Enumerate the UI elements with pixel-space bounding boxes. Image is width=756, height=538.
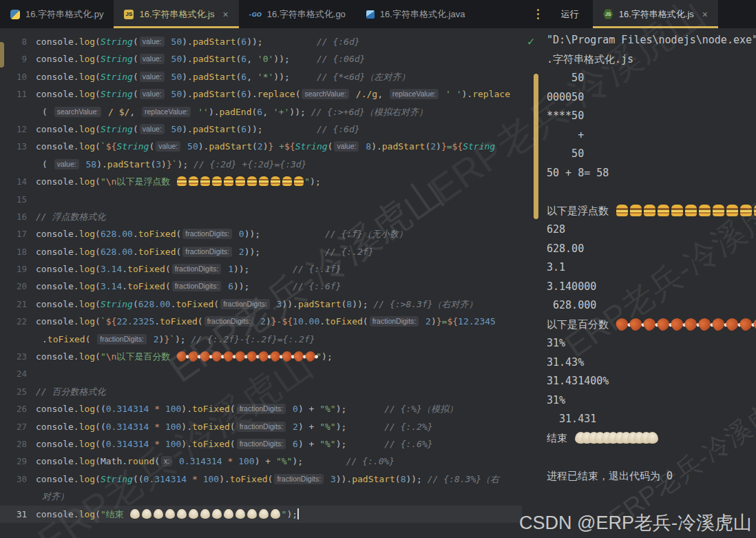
line-number[interactable]: 22 — [0, 313, 36, 330]
line-number[interactable]: 20 — [0, 278, 36, 295]
line-number[interactable]: 16 — [0, 208, 36, 225]
line-number[interactable]: 29 — [0, 453, 36, 470]
line-number[interactable]: 23 — [0, 348, 36, 365]
run-console-pane[interactable]: ✓ "D:\Program Files\nodejs\node.exe" D.字… — [522, 28, 756, 538]
tab-file-go[interactable]: GO16.字符串格式化.go — [239, 0, 356, 28]
code-line-11[interactable]: 11console.log(String(value: 50).padStart… — [0, 85, 522, 103]
code-line-14[interactable]: 14console.log("\n以下是浮点数 "); — [0, 173, 522, 190]
burger-emoji — [685, 205, 697, 216]
code-text: // 浮点数格式化 — [36, 208, 522, 225]
code-line-15[interactable]: 15 — [0, 191, 522, 208]
code-text — [36, 191, 522, 208]
console-scrollbar[interactable] — [534, 74, 538, 219]
code-line-18[interactable]: 18console.log(628.00.toFixed(fractionDig… — [0, 243, 522, 260]
line-number[interactable]: 12 — [0, 121, 36, 138]
code-line-24[interactable]: 24 — [0, 365, 522, 382]
drum-emoji — [724, 315, 740, 332]
dump-emoji — [189, 509, 198, 519]
drum-emoji — [222, 349, 235, 362]
code-line-17[interactable]: 17console.log(628.00.toFixed(fractionDig… — [0, 225, 522, 242]
line-number[interactable]: 27 — [0, 418, 36, 435]
line-number[interactable]: 8 — [0, 33, 36, 50]
line-number[interactable]: 11 — [0, 85, 36, 103]
line-number[interactable]: 17 — [0, 225, 36, 242]
dump-emoji — [259, 509, 269, 519]
line-number[interactable] — [0, 156, 36, 173]
close-tab-icon[interactable]: × — [223, 9, 229, 20]
line-number[interactable]: 30 — [0, 470, 36, 488]
drum-emoji — [198, 349, 211, 362]
code-line-27[interactable]: 27console.log((0.314314 * 100).toFixed(f… — [0, 418, 522, 435]
code-line-21[interactable]: 21console.log(String(628.00.toFixed(frac… — [0, 296, 522, 313]
dump-emoji — [177, 509, 187, 519]
drum-emoji-row — [615, 318, 756, 331]
dump-emoji — [247, 509, 257, 519]
line-number[interactable]: 14 — [0, 173, 36, 190]
line-number[interactable]: 10 — [0, 68, 36, 85]
code-text: console.log(String(value: 50).padStart(6… — [36, 33, 522, 50]
code-line-19[interactable]: 19console.log(3.14.toFixed(fractionDigit… — [0, 260, 522, 278]
line-number[interactable]: 9 — [0, 50, 36, 68]
tab-label: 16.字符串格式化.js — [619, 8, 694, 21]
code-line-9[interactable]: 9console.log(String(value: 50).padStart(… — [0, 50, 522, 68]
line-number[interactable]: 21 — [0, 296, 36, 313]
close-tab-icon[interactable]: × — [702, 9, 708, 20]
code-text: console.log(String(value: 50).padStart(6… — [36, 121, 522, 138]
code-line-31[interactable]: 31console.log("结束 "); — [0, 506, 522, 523]
line-number[interactable]: 15 — [0, 191, 36, 208]
tab-file-js[interactable]: JS16.字符串格式化.js× — [114, 0, 238, 28]
code-line-29[interactable]: 29console.log(Math.round(x: 0.314314 * 1… — [0, 453, 522, 470]
drum-emoji — [613, 315, 630, 332]
burger-emoji — [644, 205, 655, 216]
more-menu-icon[interactable] — [529, 0, 547, 28]
burger-emoji-row — [615, 205, 756, 217]
tab-file-py[interactable]: 16.字符串格式化.py — [0, 0, 114, 28]
code-line-wrap[interactable]: .toFixed( fractionDigits: 2)}`); // {:.2… — [0, 331, 522, 348]
drum-emoji — [210, 349, 223, 362]
burger-emoji — [658, 205, 669, 216]
line-number[interactable]: 19 — [0, 260, 36, 278]
burger-emoji — [726, 205, 738, 216]
code-line-12[interactable]: 12console.log(String(value: 50).padStart… — [0, 121, 522, 138]
burger-emoji-row — [176, 176, 304, 187]
console-line: + — [547, 126, 756, 145]
tab-run-js[interactable]: JS16.字符串格式化.js× — [593, 0, 718, 28]
code-line-8[interactable]: 8console.log(String(value: 50).padStart(… — [0, 33, 522, 50]
code-line-wrap[interactable]: ( value: 58).padStart(3)}`); // {:2d} +{… — [0, 156, 522, 173]
code-line-26[interactable]: 26console.log((0.314314 * 100).toFixed(f… — [0, 400, 522, 417]
line-number[interactable] — [0, 331, 36, 348]
line-number[interactable]: 24 — [0, 365, 36, 382]
code-line-30[interactable]: 30console.log(String((0.314314 * 100).to… — [0, 470, 522, 488]
console-line — [547, 183, 756, 202]
line-number[interactable] — [0, 103, 36, 121]
line-number[interactable]: 25 — [0, 383, 36, 400]
code-line-10[interactable]: 10console.log(String(value: 50).padStart… — [0, 68, 522, 85]
drum-emoji — [655, 315, 671, 332]
line-number[interactable]: 31 — [0, 506, 36, 523]
line-number[interactable] — [0, 488, 36, 505]
line-number[interactable]: 18 — [0, 243, 36, 260]
js-icon: JS — [124, 10, 134, 19]
line-number[interactable]: 26 — [0, 400, 36, 417]
drum-emoji — [737, 315, 754, 332]
console-line: 31.43% — [547, 353, 756, 373]
go-icon: GO — [249, 11, 262, 18]
console-line: 以下是浮点数 — [547, 202, 756, 221]
code-line-16[interactable]: 16// 浮点数格式化 — [0, 208, 522, 225]
code-line-20[interactable]: 20console.log(3.14.toFixed(fractionDigit… — [0, 278, 522, 295]
console-line: 50 — [547, 69, 756, 88]
code-line-wrap[interactable]: 对齐） — [0, 488, 522, 505]
code-line-22[interactable]: 22console.log(`${22.2325.toFixed(fractio… — [0, 313, 522, 330]
code-line-wrap[interactable]: ( searchValue: / $/, replaceValue: '').p… — [0, 103, 522, 121]
code-line-13[interactable]: 13console.log(`${String(value: 50).padSt… — [0, 138, 522, 155]
dump-emoji-row — [129, 509, 282, 519]
editor-pane[interactable]: // 整数格式化 8console.log(String(value: 50).… — [0, 28, 522, 538]
code-line-25[interactable]: 25// 百分数格式化 — [0, 383, 522, 400]
line-number[interactable]: 28 — [0, 435, 36, 453]
burger-emoji — [699, 205, 711, 216]
line-number[interactable]: 13 — [0, 138, 36, 155]
drum-emoji — [233, 349, 246, 362]
code-line-28[interactable]: 28console.log((0.314314 * 100).toFixed(f… — [0, 435, 522, 453]
tab-file-java[interactable]: 16.字符串格式化.java — [356, 0, 476, 28]
code-line-23[interactable]: 23console.log("\n以下是百分数 "); — [0, 348, 522, 365]
